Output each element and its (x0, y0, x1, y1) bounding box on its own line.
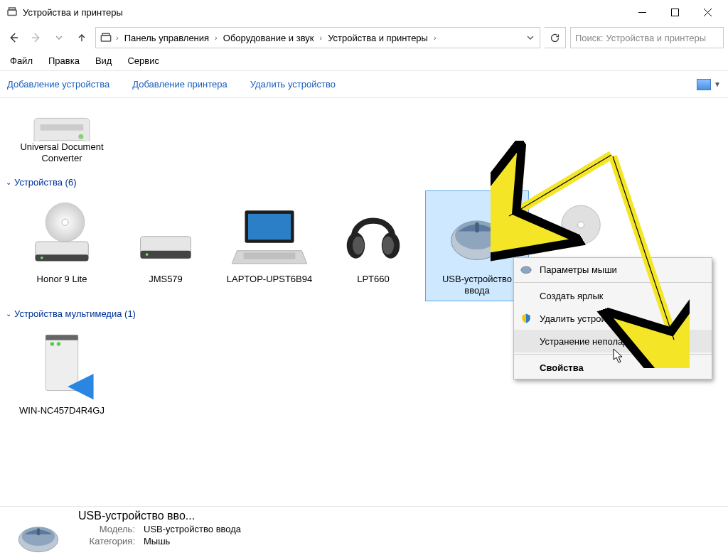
address-bar-row: › Панель управления › Оборудование и зву… (0, 24, 728, 51)
forward-button[interactable] (27, 28, 46, 47)
device-label: LAPTOP-UPST6B94 (220, 274, 319, 285)
svg-point-19 (41, 256, 43, 259)
svg-rect-1 (9, 8, 16, 10)
device-label: USB-устройство ввода (427, 274, 527, 297)
maximize-button[interactable] (658, 1, 691, 23)
window-icon (6, 6, 18, 18)
mouse-icon (427, 195, 527, 274)
menu-separator (514, 282, 712, 283)
titlebar: Устройства и принтеры (0, 0, 728, 24)
menu-item-label: Удалить устройство (540, 313, 625, 324)
menu-item-label: Параметры мыши (540, 264, 617, 275)
svg-rect-8 (101, 36, 110, 41)
search-input[interactable]: Поиск: Устройства и принтеры (570, 27, 724, 48)
svg-point-41 (521, 266, 531, 274)
device-item[interactable]: JMS579 (114, 190, 218, 302)
svg-rect-26 (244, 252, 296, 259)
svg-rect-3 (671, 9, 678, 16)
svg-point-30 (382, 236, 394, 254)
content-area: Universal Document Converter ⌄ Устройств… (0, 98, 728, 506)
device-item[interactable]: WIN-NC457D4R4GJ (10, 322, 114, 421)
refresh-button[interactable] (545, 27, 566, 48)
address-bar[interactable]: › Панель управления › Оборудование и зву… (95, 27, 540, 48)
remove-device-link[interactable]: Удалить устройство (250, 79, 336, 90)
device-label: Honor 9 Lite (12, 274, 112, 285)
close-button[interactable] (691, 1, 724, 23)
cursor-icon (613, 348, 626, 364)
breadcrumb-item[interactable]: Устройства и принтеры (325, 33, 431, 43)
svg-rect-0 (8, 10, 16, 16)
toolbar: Добавление устройства Добавление принтер… (0, 71, 728, 98)
mouse-icon (520, 263, 532, 276)
view-mode-icon[interactable] (697, 79, 711, 90)
group-title: Устройства мультимедиа (1) (14, 308, 136, 319)
svg-point-13 (78, 134, 83, 139)
svg-point-35 (577, 221, 584, 227)
back-button[interactable] (4, 28, 23, 47)
chevron-down-icon: ⌄ (6, 178, 11, 186)
device-item[interactable]: LPT660 (321, 190, 425, 302)
device-item[interactable]: Honor 9 Lite (10, 190, 114, 302)
details-model-label: Модель: (78, 524, 135, 534)
menu-service[interactable]: Сервис (124, 54, 162, 68)
chevron-right-icon: › (434, 33, 437, 42)
shield-icon (520, 312, 532, 325)
window-title: Устройства и принтеры (23, 7, 626, 18)
breadcrumb-item[interactable]: Панель управления (122, 33, 212, 43)
chevron-down-icon: ⌄ (6, 310, 11, 318)
svg-rect-18 (36, 254, 89, 261)
group-title: Устройства (6) (14, 177, 77, 188)
device-label: LPT660 (323, 274, 423, 285)
details-category-value: Мышь (144, 536, 170, 546)
svg-point-22 (146, 253, 149, 256)
svg-point-29 (353, 236, 364, 254)
location-icon (99, 31, 113, 45)
menu-view[interactable]: Вид (92, 54, 115, 68)
history-dropdown[interactable] (50, 28, 68, 47)
menu-item-create-shortcut[interactable]: Создать ярлык (514, 284, 712, 307)
menu-item-label: Свойства (540, 362, 584, 373)
up-button[interactable] (73, 28, 91, 47)
device-label: Universal Document Converter (12, 141, 112, 165)
menu-item-mouse-settings[interactable]: Параметры мыши (514, 258, 712, 281)
details-pane: USB-устройство вво... Модель: USB-устрой… (0, 506, 728, 560)
device-item[interactable]: Universal Document Converter (10, 101, 114, 170)
svg-rect-37 (46, 335, 77, 340)
menu-bar: Файл Правка Вид Сервис (0, 51, 728, 71)
details-title: USB-устройство вво... (78, 510, 721, 522)
chevron-right-icon: › (116, 33, 119, 42)
menu-item-label: Устранение неполадок (540, 336, 638, 347)
device-item[interactable]: LAPTOP-UPST6B94 (218, 190, 321, 302)
view-mode-dropdown[interactable]: ▼ (714, 80, 721, 88)
svg-rect-45 (37, 528, 40, 535)
media-server-icon (12, 327, 112, 405)
disk-drive-icon (12, 195, 112, 274)
details-model-value: USB-устройство ввода (144, 524, 241, 534)
svg-rect-9 (102, 33, 109, 36)
chevron-right-icon: › (215, 33, 218, 42)
group-header-devices[interactable]: ⌄ Устройства (6) (0, 174, 728, 190)
hard-drive-icon (116, 195, 215, 274)
svg-point-39 (57, 342, 60, 345)
device-label: WIN-NC457D4R4GJ (12, 405, 112, 416)
address-dropdown[interactable] (524, 34, 537, 41)
menu-item-label: Создать ярлык (540, 291, 603, 301)
svg-point-38 (50, 342, 54, 345)
menu-edit[interactable]: Правка (46, 54, 82, 68)
svg-rect-11 (41, 124, 84, 131)
svg-point-16 (62, 219, 68, 225)
breadcrumb-item[interactable]: Оборудование и звук (220, 33, 317, 43)
details-device-icon (7, 510, 70, 560)
chevron-right-icon: › (319, 33, 322, 42)
menu-file[interactable]: Файл (7, 54, 36, 68)
headphones-icon (323, 195, 423, 274)
svg-rect-33 (475, 222, 478, 232)
menu-item-remove-device[interactable]: Удалить устройство (514, 307, 712, 330)
svg-rect-24 (248, 213, 291, 239)
add-device-link[interactable]: Добавление устройства (7, 79, 109, 90)
add-printer-link[interactable]: Добавление принтера (132, 79, 227, 90)
details-category-label: Категория: (78, 536, 135, 546)
printer-icon (12, 106, 112, 141)
minimize-button[interactable] (626, 1, 658, 23)
laptop-icon (220, 195, 319, 274)
